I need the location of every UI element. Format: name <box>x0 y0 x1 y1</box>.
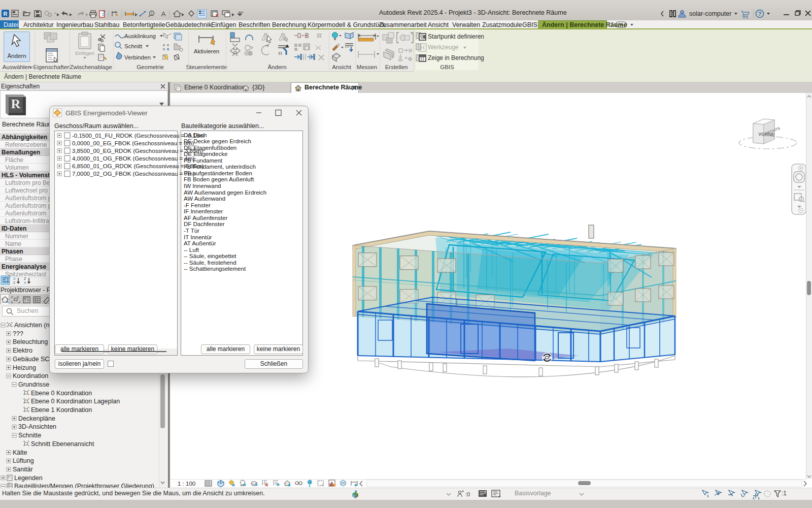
svg-text:?: ? <box>758 11 761 17</box>
svg-text:IW Innenwand: IW Innenwand <box>184 183 221 189</box>
svg-text:Z: Z <box>24 277 26 280</box>
svg-text:A: A <box>161 10 166 18</box>
svg-text:Koordination: Koordination <box>13 372 48 379</box>
svg-text:2: 2 <box>13 281 15 284</box>
svg-text:Beleuchtung: Beleuchtung <box>13 338 48 345</box>
svg-text:Ebene 0 Koordination: Ebene 0 Koordination <box>31 390 92 397</box>
svg-text:AF Außenfenster: AF Außenfenster <box>184 215 227 221</box>
svg-text:solar-computer: solar-computer <box>689 10 731 17</box>
svg-text:1: 1 <box>151 12 153 15</box>
svg-text:Grundrisse: Grundrisse <box>18 381 49 388</box>
svg-text:DE Etagenfußboden: DE Etagenfußboden <box>184 145 236 151</box>
svg-text:-- Säule, freistehend: -- Säule, freistehend <box>184 260 236 266</box>
svg-text:Ebene 1 Koordination: Ebene 1 Koordination <box>31 406 92 414</box>
svg-text:AW Außenwand gegen Erdreich: AW Außenwand gegen Erdreich <box>184 189 266 196</box>
svg-text:AW Außenwand: AW Außenwand <box>184 196 225 202</box>
svg-text:AT Außentür: AT Außentür <box>184 240 216 246</box>
svg-text:4,0000_01_OG_FBOK (Geschossniv: 4,0000_01_OG_FBOK (Geschossniveau = 4m) <box>72 155 194 162</box>
svg-text:3D-Ansichten: 3D-Ansichten <box>18 423 56 430</box>
svg-text:Elektro: Elektro <box>13 347 32 354</box>
svg-text:Schnitt Ebenenansicht: Schnitt Ebenenansicht <box>31 440 94 448</box>
svg-text:7,0000_02_OG_FBOK (Geschossniv: 7,0000_02_OG_FBOK (Geschossniveau = 7m) <box>72 171 194 177</box>
svg-text:DE Decke gegen Erdreich: DE Decke gegen Erdreich <box>184 138 251 144</box>
svg-text:Ebene 0 Koordination Lageplan: Ebene 0 Koordination Lageplan <box>31 398 120 405</box>
svg-text:Ausklinkung: Ausklinkung <box>124 33 156 39</box>
svg-text:-- Säule, eingebettet: -- Säule, eingebettet <box>184 253 236 259</box>
svg-text:FB aufgeständerter Boden: FB aufgeständerter Boden <box>184 170 252 176</box>
svg-text:IT Innentür: IT Innentür <box>184 234 212 240</box>
svg-text:Schnitte: Schnitte <box>18 432 41 439</box>
svg-text:Einfügen: Einfügen <box>75 50 94 56</box>
svg-text:Lüftung: Lüftung <box>13 457 34 464</box>
svg-text:-T Tür: -T Tür <box>184 228 199 234</box>
svg-text:R: R <box>11 97 21 111</box>
svg-text:Verbinden: Verbinden <box>124 54 151 60</box>
svg-text:A: A <box>13 277 16 280</box>
svg-text:-- Luft: -- Luft <box>184 247 199 253</box>
svg-text:IF Innenfenster: IF Innenfenster <box>184 208 223 214</box>
svg-text:Sanitär: Sanitär <box>13 466 33 473</box>
svg-text:FB Fundament: FB Fundament <box>184 157 223 164</box>
svg-text:Heizung: Heizung <box>13 364 36 371</box>
svg-text:Gebäude SC: Gebäude SC <box>13 356 49 363</box>
svg-text:A: A <box>24 281 26 284</box>
svg-text:-F Fenster: -F Fenster <box>184 202 211 208</box>
svg-text:FB Boden gegen Außenluft: FB Boden gegen Außenluft <box>184 176 254 182</box>
svg-text:Legenden: Legenden <box>14 474 43 482</box>
svg-text:Schnitt: Schnitt <box>124 43 143 49</box>
svg-text:Kälte: Kälte <box>13 449 27 456</box>
svg-text:DF Dachfenster: DF Dachfenster <box>184 221 225 227</box>
svg-text:R: R <box>4 11 8 17</box>
svg-text:Deckenpläne: Deckenpläne <box>18 415 55 422</box>
svg-text::0: :0 <box>465 491 470 497</box>
svg-text:-- Schattierungselement: -- Schattierungselement <box>184 266 246 272</box>
svg-text:DA Dach: DA Dach <box>184 132 207 138</box>
svg-text:???: ??? <box>13 330 23 337</box>
svg-text:DE Etagendecke: DE Etagendecke <box>184 151 227 157</box>
svg-text:0,0000_00_EG_FBOK (Geschossniv: 0,0000_00_EG_FBOK (Geschossniveau = 0m) <box>72 140 194 146</box>
svg-text:FB Fundament, unterirdisch: FB Fundament, unterirdisch <box>184 164 256 170</box>
